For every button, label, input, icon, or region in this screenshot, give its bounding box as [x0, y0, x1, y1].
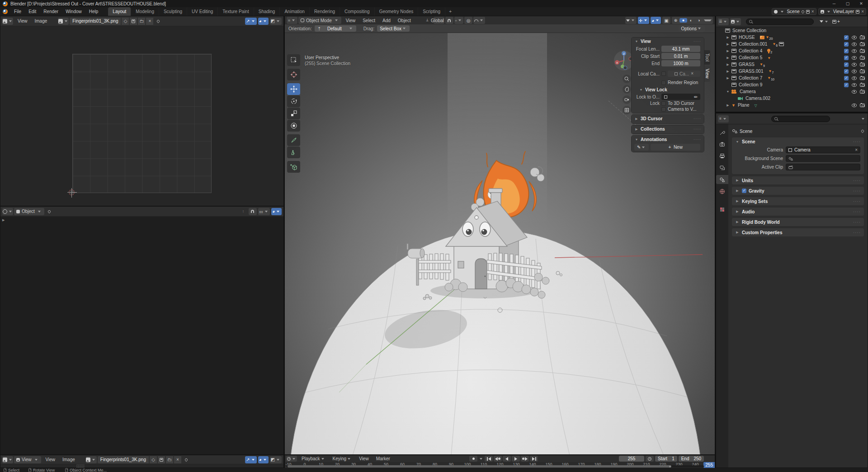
exclude-checkbox[interactable] — [844, 83, 849, 87]
stopwatch-icon[interactable] — [646, 456, 654, 462]
expand-icon[interactable]: ▶ — [735, 220, 740, 224]
timeline-ruler[interactable]: -100102030405060708090100110120130140150… — [285, 462, 715, 468]
new-annotation-button[interactable]: + New — [651, 144, 700, 151]
outliner-search-input[interactable] — [746, 19, 814, 25]
remove-viewlayer-icon[interactable]: × — [861, 9, 864, 14]
fake-user-icon[interactable]: ◇ — [122, 18, 129, 25]
viewport-menu-object[interactable]: Object — [394, 16, 415, 25]
fake-user-icon[interactable]: ◇ — [150, 456, 157, 463]
local-camera-checkbox[interactable] — [661, 71, 666, 76]
display-mode-dropdown[interactable] — [730, 18, 741, 25]
cursor-2d[interactable] — [69, 189, 75, 195]
scene-selector[interactable]: Scene × — [772, 8, 816, 15]
proportional-editing-toggle[interactable]: ◎ — [464, 17, 472, 24]
image-menu-view[interactable]: View — [42, 455, 59, 464]
camera-to-view-checkbox[interactable] — [661, 107, 666, 112]
zoom-icon[interactable] — [623, 75, 631, 83]
outliner-row[interactable]: ▼Camera — [716, 88, 868, 95]
properties-tab-output[interactable] — [716, 151, 728, 160]
mask-display-button[interactable]: ◩ — [270, 456, 282, 463]
outliner-row[interactable]: ▶Collection 7▼10 — [716, 75, 868, 81]
pin-icon[interactable] — [184, 458, 188, 461]
minimize-button[interactable]: ─ — [827, 0, 841, 7]
expand-icon[interactable]: ▶ — [726, 56, 730, 60]
view-mode-dropdown[interactable]: View — [14, 456, 41, 463]
next-keyframe-button[interactable] — [521, 456, 529, 462]
field-camera[interactable]: Camera× — [786, 146, 860, 153]
render-region-checkbox[interactable] — [661, 80, 666, 85]
render-visibility-icon[interactable] — [860, 36, 865, 39]
expand-icon[interactable]: ▶ — [735, 199, 740, 203]
collapse-icon[interactable]: ▼ — [634, 40, 639, 43]
editor-type-button[interactable] — [2, 208, 13, 215]
expand-icon[interactable]: ▶ — [634, 117, 639, 121]
render-visibility-icon[interactable] — [860, 42, 865, 46]
field-focal-len-[interactable]: 43.1 mm — [661, 46, 700, 52]
exclude-checkbox[interactable] — [844, 35, 849, 40]
open-image-icon[interactable]: 🗀 — [166, 456, 173, 463]
region-expand-icon[interactable]: ▶ — [2, 218, 5, 222]
current-frame-field[interactable]: 255 — [619, 456, 644, 462]
overlays-toggle[interactable]: ◕ — [651, 17, 661, 24]
workspace-tab-scripting[interactable]: Scripting — [418, 7, 445, 16]
expand-icon[interactable]: ▶ — [726, 49, 730, 53]
new-collection-button[interactable]: + — [831, 18, 841, 25]
snap-icon[interactable] — [249, 208, 257, 215]
render-visibility-icon[interactable] — [860, 63, 865, 66]
editor-type-button[interactable]: ≡ — [718, 115, 729, 123]
editor-type-button[interactable] — [286, 456, 297, 462]
camera-view-icon[interactable] — [623, 95, 631, 104]
proportional-falloff-dropdown[interactable] — [473, 17, 485, 24]
exclude-checkbox[interactable] — [844, 49, 849, 53]
outliner-row[interactable]: ▶Collection 42 — [716, 47, 868, 54]
render-visibility-icon[interactable] — [860, 70, 865, 73]
transform-orientation-dropdown[interactable]: ⟂ Global — [434, 17, 444, 24]
hide-eye-icon[interactable] — [852, 70, 857, 73]
viewport-canvas[interactable]: User Perspective (255) Scene Collection … — [285, 33, 715, 454]
shading-dropdown-icon[interactable] — [704, 19, 712, 21]
orientation-dropdown[interactable]: ⇡Default — [315, 25, 356, 32]
sidebar-tab-view[interactable]: View — [704, 66, 710, 82]
hide-eye-icon[interactable] — [852, 36, 857, 39]
frame-end-field[interactable]: End250 — [679, 456, 704, 462]
hide-eye-icon[interactable] — [852, 56, 857, 60]
prev-keyframe-button[interactable] — [494, 456, 502, 462]
blender-menu-icon[interactable] — [3, 9, 8, 14]
lock-object-field[interactable]: ✎ — [661, 94, 700, 100]
pin-icon[interactable] — [156, 19, 160, 23]
outliner-row[interactable]: ▶Collection 5▼ — [716, 54, 868, 61]
shading-wireframe-button[interactable]: ⊕ — [672, 18, 679, 23]
menu-help[interactable]: Help — [85, 7, 102, 16]
hide-eye-icon[interactable] — [852, 83, 857, 87]
panel-checkbox[interactable] — [742, 189, 746, 193]
field-active-clip[interactable] — [786, 164, 860, 170]
options-button[interactable]: Options — [679, 25, 705, 32]
parent-up-icon[interactable]: ↑ — [239, 208, 247, 215]
editor-type-button[interactable]: ⌗ — [287, 17, 297, 24]
render-visibility-icon[interactable] — [860, 90, 865, 94]
duplicate-scene-icon[interactable] — [806, 10, 810, 14]
eyedropper-icon[interactable]: ✎ — [693, 94, 699, 100]
hide-eye-icon[interactable] — [852, 63, 857, 66]
local-camera-field[interactable]: Ca...× — [668, 71, 700, 77]
outliner-row[interactable]: ▶HOUSE▼20 — [716, 34, 868, 41]
tool-measure-button[interactable] — [287, 146, 300, 158]
mode-dropdown[interactable]: Object Mode — [298, 17, 341, 24]
delete-scene-icon[interactable]: × — [811, 9, 814, 14]
expand-icon[interactable]: ▶ — [726, 63, 730, 66]
tool-transform-button[interactable] — [287, 120, 300, 132]
shading-solid-button[interactable]: ● — [679, 18, 687, 23]
expand-icon[interactable]: ▶ — [726, 104, 730, 107]
viewport-menu-view[interactable]: View — [342, 16, 359, 25]
expand-icon[interactable]: ▶ — [726, 70, 730, 73]
image-menu-image[interactable]: Image — [59, 455, 79, 464]
menu-file[interactable]: File — [10, 7, 25, 16]
editor-canvas[interactable]: ▶ — [0, 217, 283, 454]
hide-eye-icon[interactable] — [852, 49, 857, 53]
field-background-scene[interactable] — [786, 155, 860, 162]
outliner-row[interactable]: ▶Collection.001▼6 — [716, 41, 868, 47]
jump-end-button[interactable] — [530, 456, 538, 462]
render-visibility-icon[interactable] — [860, 76, 865, 80]
collapse-icon[interactable]: ▼ — [639, 88, 643, 91]
properties-tab-scene[interactable] — [716, 175, 728, 184]
